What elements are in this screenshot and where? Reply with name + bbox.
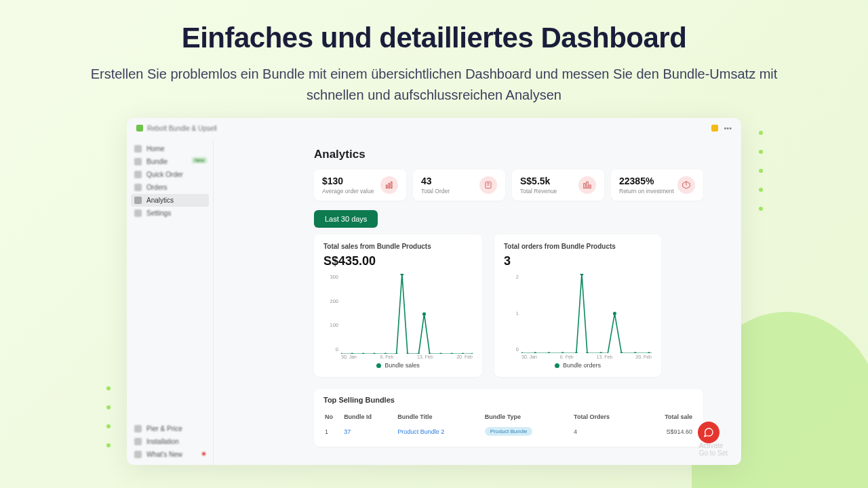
svg-rect-1 (389, 184, 390, 188)
sidebar-item-installation[interactable]: Installation (131, 435, 209, 448)
orders-stat-icon (479, 176, 497, 194)
hero-title: Einfaches und detailliertes Dashboard (81, 22, 787, 54)
svg-point-27 (580, 274, 583, 276)
chart-sales-total: S$435.00 (323, 254, 473, 268)
sidebar-item-quick-order[interactable]: Quick Order (131, 168, 209, 181)
watermark: ActivateGo to Set (699, 442, 728, 457)
sidebar-item-home[interactable]: Home (131, 142, 209, 155)
stat-roi: 22385%Return on investment (611, 169, 703, 201)
date-range-pill[interactable]: Last 30 days (314, 210, 378, 228)
svg-rect-0 (386, 185, 387, 188)
sidebar-item-bundle[interactable]: BundleNew (131, 155, 209, 168)
chart-legend: Bundle sales (323, 362, 473, 369)
notification-dot (202, 452, 205, 455)
stat-aov: $130Average order value (314, 169, 406, 201)
svg-point-30 (613, 312, 616, 315)
y-axis: 3002001000 (323, 274, 338, 352)
top-bundles-table: Top Selling Bundles NoBundle IdBundle Ti… (314, 389, 703, 447)
app-window: Rebolt Bundle & Upsell ••• Home BundleNe… (127, 118, 741, 465)
panel-title: Analytics (314, 148, 703, 161)
sidebar-item-analytics[interactable]: Analytics (131, 194, 209, 207)
svg-rect-2 (391, 182, 392, 188)
sidebar-item-pier[interactable]: Pier & Price (131, 422, 209, 435)
roi-icon (677, 176, 695, 194)
svg-point-22 (521, 352, 523, 353)
type-badge: Product Bundle (485, 427, 533, 436)
table-row[interactable]: 1 37 Product Bundle 2 Product Bundle 4 S… (323, 423, 694, 440)
svg-point-28 (586, 352, 589, 353)
chart-orders: Total orders from Bundle Products 3 210 … (494, 235, 661, 377)
x-axis: 30. Jan6. Feb13. Feb20. Feb (341, 354, 473, 359)
analytics-icon (134, 197, 142, 204)
svg-rect-6 (589, 185, 591, 188)
bundle-icon (134, 158, 142, 165)
table-header-row: NoBundle IdBundle TitleBundle TypeTotal … (323, 411, 694, 423)
home-icon (134, 145, 142, 152)
svg-point-16 (422, 312, 426, 316)
legend-dot-icon (376, 363, 381, 368)
svg-point-32 (634, 352, 637, 353)
main-content: Analytics $130Average order value 43Tota… (214, 138, 741, 465)
legend-dot-icon (555, 363, 559, 368)
sidebar-item-whatsnew[interactable]: What's New (131, 448, 209, 461)
app-icon (136, 125, 143, 131)
svg-point-24 (547, 352, 550, 353)
app-title: Rebolt Bundle & Upsell (147, 125, 217, 132)
bundle-id-link[interactable]: 37 (342, 423, 396, 440)
bundle-title-link[interactable]: Product Bundle 2 (396, 423, 483, 440)
svg-point-31 (620, 352, 623, 353)
more-icon[interactable]: ••• (724, 124, 732, 132)
svg-point-29 (599, 352, 602, 353)
svg-rect-4 (584, 184, 585, 188)
new-badge: New (192, 157, 207, 163)
sidebar: Home BundleNew Quick Order Orders Analyt… (127, 138, 214, 465)
chat-button[interactable] (698, 422, 719, 443)
orders-icon (134, 184, 142, 191)
stat-revenue: S$5.5kTotal Revenue (512, 169, 604, 201)
install-icon (134, 438, 142, 445)
chart-icon (380, 176, 398, 194)
hero-section: Einfaches und detailliertes Dashboard Er… (0, 0, 868, 118)
svg-rect-5 (587, 182, 588, 188)
titlebar: Rebolt Bundle & Upsell ••• (127, 118, 741, 138)
svg-point-23 (534, 352, 536, 353)
chat-icon (703, 427, 714, 438)
svg-point-13 (400, 274, 403, 276)
chart-legend: Bundle orders (504, 362, 652, 369)
sidebar-item-settings[interactable]: Settings (131, 207, 209, 220)
pin-icon[interactable] (711, 125, 718, 131)
stat-orders: 43Total Order (413, 169, 505, 201)
chart-sales: Total sales from Bundle Products S$435.0… (314, 235, 482, 377)
chart-orders-total: 3 (504, 254, 652, 268)
orders-line (521, 274, 652, 353)
revenue-icon (578, 176, 596, 194)
sales-line (341, 274, 473, 354)
x-axis: 30. Jan6. Feb13. Feb20. Feb (521, 354, 652, 359)
sidebar-item-orders[interactable]: Orders (131, 181, 209, 194)
y-axis: 210 (504, 274, 519, 352)
svg-point-33 (648, 352, 650, 353)
svg-point-25 (561, 352, 564, 353)
tag-icon (134, 425, 142, 432)
svg-point-26 (575, 352, 578, 353)
star-icon (134, 451, 142, 458)
stats-row: $130Average order value 43Total Order S$… (314, 169, 703, 201)
quick-order-icon (134, 171, 142, 178)
settings-icon (134, 209, 142, 217)
hero-subtitle: Erstellen Sie problemlos ein Bundle mit … (81, 64, 787, 106)
